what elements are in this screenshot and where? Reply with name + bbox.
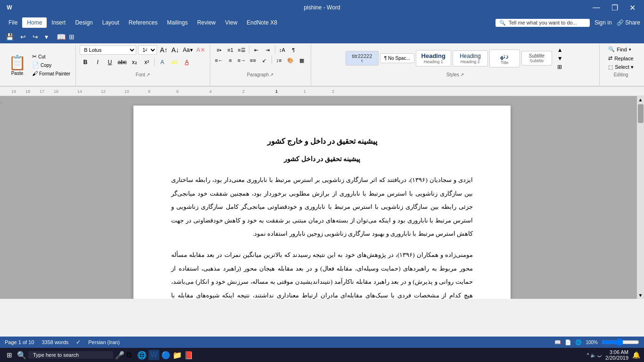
replace-button[interactable]: ⇄ Replace: [605, 54, 636, 62]
sort-button[interactable]: ↕A: [277, 45, 288, 55]
maximize-button[interactable]: ❐: [608, 1, 622, 14]
minimize-button[interactable]: —: [589, 1, 604, 14]
format-painter-button[interactable]: 🖌 Format Painter: [31, 70, 72, 77]
menu-view[interactable]: View: [221, 17, 242, 28]
italic-button[interactable]: I: [92, 57, 103, 67]
chrome-icon[interactable]: 🔵: [161, 351, 171, 360]
ruler-num-1b: 1: [304, 89, 306, 94]
font-size-select[interactable]: 14: [138, 45, 157, 55]
search-icon[interactable]: 🔍: [17, 351, 26, 360]
underline-button[interactable]: U: [104, 57, 116, 67]
style-normal[interactable]: titr22222 ¶: [346, 51, 379, 66]
word-taskbar-icon[interactable]: W: [149, 350, 159, 360]
multilevel-button[interactable]: ≡☰: [237, 45, 247, 55]
bold-button[interactable]: B: [80, 57, 91, 67]
style-title[interactable]: ﺩﺗﻬ Title: [489, 49, 520, 67]
undo-button[interactable]: ↩: [18, 32, 28, 41]
shading-button[interactable]: 🎨: [285, 56, 296, 65]
copy-button[interactable]: 📄 Copy: [31, 61, 72, 69]
cortana-icon[interactable]: 🎤: [115, 351, 124, 360]
task-view-icon[interactable]: ⧉: [126, 351, 132, 359]
change-case-button[interactable]: Aa▾: [182, 46, 194, 54]
find-button[interactable]: 🔍 Find ▾: [605, 45, 636, 53]
style-heading1[interactable]: Heading Heading 1: [416, 50, 451, 66]
explorer-icon[interactable]: 📁: [173, 351, 182, 360]
align-left-button[interactable]: ≡←: [214, 56, 224, 65]
text-effect-button[interactable]: A: [157, 57, 168, 67]
paste-button[interactable]: 📋 Paste: [6, 52, 29, 78]
view-web-button[interactable]: 🌐: [575, 339, 582, 346]
find-icon: 🔍: [608, 46, 615, 52]
doc-paragraph-2[interactable]: مومنی‌زاده و همکاران (۱۳۹۶)، در پژوهش‌ها…: [171, 248, 473, 299]
redo-button[interactable]: ↪: [31, 32, 40, 41]
styles-scroll-down[interactable]: ▼: [555, 55, 565, 62]
menu-insert[interactable]: Insert: [47, 17, 70, 28]
menu-file[interactable]: File: [4, 17, 22, 28]
styles-scroll-up[interactable]: ▲: [555, 46, 565, 54]
select-button[interactable]: ⬚ Select ▾: [605, 63, 636, 71]
cut-button[interactable]: ✂ Cut: [31, 53, 72, 60]
ruler-num-14: 14: [77, 89, 82, 94]
vertical-scrollbar[interactable]: ▲ ▼: [637, 96, 644, 299]
spelling-icon[interactable]: ✓: [76, 339, 81, 346]
scroll-thumb[interactable]: [638, 104, 644, 123]
signin-button[interactable]: Sign in: [594, 19, 612, 26]
style-heading2[interactable]: Heading Heading 2: [453, 50, 488, 66]
tell-me-box[interactable]: 🔍 Tell me what you want to do...: [495, 19, 590, 27]
doc-page[interactable]: پیشینه تحقیق در داخل و خارج کشور پیشینه …: [133, 106, 511, 299]
menu-review[interactable]: Review: [192, 17, 220, 28]
borders-button[interactable]: ▦: [297, 56, 307, 65]
style-no-spacing[interactable]: ¶ No Spac...: [380, 53, 414, 63]
decrease-indent-button[interactable]: ⇤: [251, 45, 262, 55]
menu-design[interactable]: Design: [70, 17, 97, 28]
scroll-up-button[interactable]: ▲: [637, 96, 644, 103]
line-spacing-button[interactable]: ↕≡: [274, 56, 284, 65]
menu-endnote[interactable]: EndNote X8: [242, 17, 282, 28]
language-indicator[interactable]: Persian (Iran): [88, 339, 120, 345]
justify-button[interactable]: ≡≡: [248, 56, 258, 65]
decrease-font-button[interactable]: A↓: [170, 45, 180, 55]
numbering-button[interactable]: ≡1: [225, 45, 236, 55]
start-button[interactable]: ⊞: [4, 350, 15, 360]
style-subtitle[interactable]: Subtitle Subtitle: [521, 51, 552, 66]
increase-font-button[interactable]: A↑: [159, 45, 168, 55]
layout-button[interactable]: ⊞: [69, 33, 74, 41]
notification-icon[interactable]: 🔔: [632, 351, 640, 359]
scroll-down-button[interactable]: ▼: [637, 292, 644, 299]
find-dropdown[interactable]: ▾: [629, 47, 631, 52]
show-formatting-button[interactable]: ¶: [289, 45, 299, 55]
highlight-color-button[interactable]: ab: [169, 57, 180, 67]
pdf-icon[interactable]: 📕: [184, 351, 193, 360]
view-read-button[interactable]: 📖: [554, 339, 561, 346]
share-button[interactable]: 🔗 Share: [617, 19, 640, 26]
save-button[interactable]: 💾: [4, 32, 16, 41]
align-right-button[interactable]: ≡→: [237, 56, 247, 65]
rtl-button[interactable]: ↙: [259, 56, 270, 65]
styles-expand-icon[interactable]: ↗: [460, 72, 464, 77]
read-mode-button[interactable]: 📖: [57, 33, 66, 41]
superscript-button[interactable]: x²: [141, 57, 152, 67]
subscript-button[interactable]: x₂: [129, 57, 140, 67]
bullets-button[interactable]: ≡•: [214, 45, 224, 55]
doc-paragraph-1[interactable]: ایزدی و سجادیان (۱۳۹۶)، دریافتند که اثر …: [171, 173, 473, 241]
font-expand-icon[interactable]: ↗: [146, 72, 150, 77]
editing-controls: 🔍 Find ▾ ⇄ Replace ⬚ Select ▾: [605, 45, 636, 71]
styles-expand[interactable]: ⊞: [555, 63, 565, 71]
clear-format-button[interactable]: A✕: [196, 46, 206, 54]
increase-indent-button[interactable]: ⇥: [263, 45, 273, 55]
menu-mailings[interactable]: Mailings: [162, 17, 192, 28]
customize-qa-button[interactable]: ▾: [43, 32, 50, 41]
font-color-button[interactable]: A: [181, 57, 192, 67]
align-center-button[interactable]: ≡: [225, 56, 236, 65]
paragraph-expand-icon[interactable]: ↗: [270, 72, 273, 77]
search-bar[interactable]: Type here to search: [28, 351, 113, 359]
menu-layout[interactable]: Layout: [98, 17, 124, 28]
zoom-slider[interactable]: [602, 338, 639, 346]
strikethrough-button[interactable]: abc: [116, 57, 128, 67]
close-button[interactable]: ✕: [626, 1, 639, 14]
font-family-select[interactable]: B Lotus: [80, 45, 136, 55]
menu-home[interactable]: Home: [22, 17, 47, 28]
menu-references[interactable]: References: [124, 17, 162, 28]
edge-icon[interactable]: 🌐: [137, 351, 147, 360]
view-print-button[interactable]: 📄: [565, 339, 571, 346]
